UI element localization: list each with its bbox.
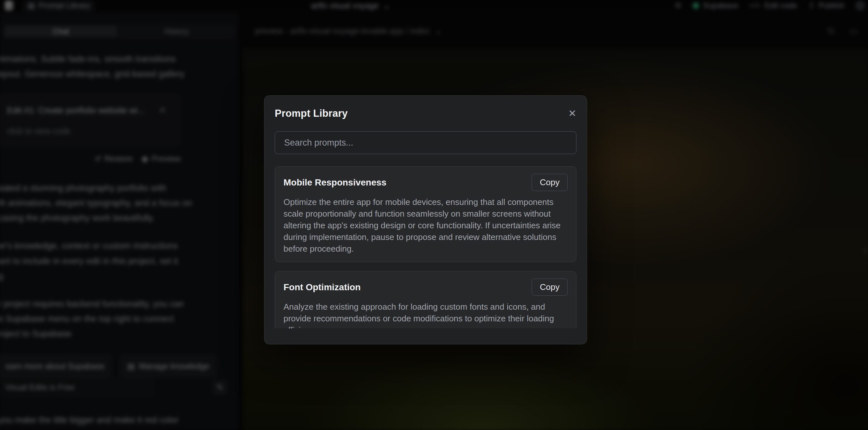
prompt-title: Font Optimization <box>283 282 361 293</box>
copy-button[interactable]: Copy <box>532 279 568 296</box>
prompt-list: Mobile Responsiveness Copy Optimize the … <box>275 166 577 329</box>
search-input[interactable] <box>275 131 577 154</box>
close-icon[interactable]: ✕ <box>568 109 577 118</box>
prompt-body: Optimize the entire app for mobile devic… <box>283 196 568 254</box>
prompt-library-modal: Prompt Library ✕ Mobile Responsiveness C… <box>264 95 587 344</box>
app-window: ▤ Prompt Library artfo visual voyage ⌄ ⚙… <box>0 0 868 430</box>
modal-title: Prompt Library <box>275 108 348 119</box>
prompt-body: Analyze the existing approach for loadin… <box>283 301 568 329</box>
prompt-card-mobile-responsiveness[interactable]: Mobile Responsiveness Copy Optimize the … <box>275 166 577 262</box>
prompt-title: Mobile Responsiveness <box>283 177 386 188</box>
copy-button[interactable]: Copy <box>532 174 568 191</box>
prompt-card-font-optimization[interactable]: Font Optimization Copy Analyze the exist… <box>275 271 577 329</box>
